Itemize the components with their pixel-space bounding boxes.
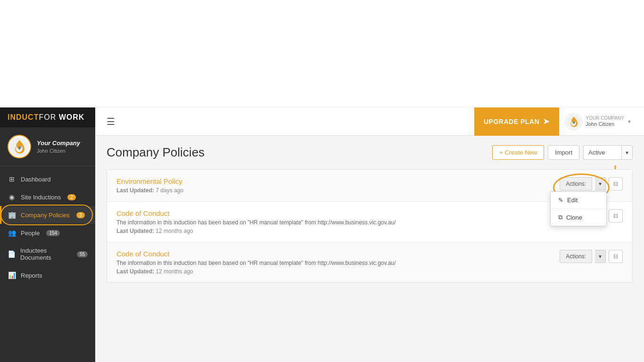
upgrade-plan-label: UPGRADE PLAN: [484, 118, 539, 125]
page-header: Company Policies + Create New Import Act…: [107, 145, 633, 160]
people-icon: 👥: [8, 229, 16, 237]
clone-icon: ⧉: [558, 214, 562, 221]
sidebar-item-people[interactable]: 👥 People 154: [0, 224, 95, 242]
upgrade-plan-button[interactable]: UPGRADE PLAN ➤: [474, 107, 559, 136]
dashboard-icon: ⊞: [8, 175, 16, 183]
hamburger-button[interactable]: ☰: [103, 112, 119, 131]
policy-info: Code of Conduct The information in this …: [116, 250, 552, 275]
actions-button[interactable]: Actions:: [560, 177, 592, 190]
page-title: Company Policies: [107, 145, 205, 160]
policy-title[interactable]: Environmental Policy: [116, 177, 552, 185]
logo-for: FOR: [39, 113, 56, 121]
header-bar: ☰ UPGRADE PLAN ➤ YOUR COMPANY: [95, 107, 644, 136]
archive-icon: ⊟: [613, 213, 618, 219]
clone-label: Clone: [566, 214, 582, 221]
archive-icon: ⊟: [613, 253, 618, 260]
sidebar-item-label: Dashboard: [21, 176, 51, 183]
logo-work: WORK: [59, 113, 85, 121]
user-menu[interactable]: YOUR COMPANY John Citizen ▾: [559, 107, 637, 136]
policy-info: Code of Conduct The information in this …: [116, 209, 552, 234]
header-right: UPGRADE PLAN ➤ YOUR COMPANY John Citizen: [474, 107, 636, 136]
policy-description: The information in this induction has be…: [116, 260, 552, 266]
policy-updated-label: Last Updated:: [116, 268, 154, 275]
company-policies-badge: 3: [76, 212, 85, 218]
user-menu-chevron-icon: ▾: [628, 118, 631, 125]
dropdown-clone-item[interactable]: ⧉ Clone: [551, 209, 606, 226]
sidebar-item-label: Site Inductions: [21, 194, 61, 201]
inductees-docs-icon: 📄: [8, 250, 16, 258]
status-select[interactable]: Active Inactive All: [584, 146, 621, 159]
policy-item: Code of Conduct The information in this …: [107, 242, 632, 282]
create-new-button[interactable]: + Create New: [492, 145, 544, 160]
actions-button[interactable]: Actions:: [560, 250, 592, 263]
policy-updated: Last Updated: 12 months ago: [116, 268, 552, 275]
upgrade-arrow-icon: ➤: [543, 117, 550, 126]
archive-icon: ⊟: [613, 181, 618, 187]
profile-info: Your Company John Citizen: [37, 140, 80, 154]
site-inductions-badge: 2: [67, 194, 76, 200]
people-badge: 154: [46, 230, 60, 236]
user-name: John Citizen: [37, 148, 80, 154]
edit-icon: ✎: [558, 197, 563, 204]
policy-updated: Last Updated: 12 months ago: [116, 228, 552, 234]
logo-induct: INDUCT: [8, 113, 39, 121]
policy-updated-label: Last Updated:: [116, 228, 154, 234]
company-policies-icon: 🏢: [8, 211, 16, 219]
sidebar-profile[interactable]: Your Company John Citizen: [0, 127, 95, 166]
top-whitespace: [0, 0, 644, 107]
actions-dropdown-button[interactable]: ▾: [595, 177, 606, 190]
page-actions: + Create New Import Active Inactive All …: [492, 145, 633, 160]
import-button[interactable]: Import: [548, 145, 579, 160]
policy-actions: Actions: ▾ ⊟: [560, 250, 623, 263]
sidebar-item-label: People: [21, 230, 40, 237]
sidebar-nav: ⊞ Dashboard ◉ Site Inductions 2 🏢 Compan…: [0, 166, 95, 362]
sidebar-item-label: Company Policies: [21, 212, 70, 219]
policy-title[interactable]: Code of Conduct: [116, 209, 552, 217]
policy-updated-time: 7 days ago: [156, 187, 183, 194]
policy-item: Environmental Policy Last Updated: 7 day…: [107, 170, 632, 202]
actions-label: Actions:: [566, 181, 586, 187]
actions-dropdown-menu: ✎ Edit ⧉ Clone: [550, 191, 607, 226]
sidebar-item-inductees-documents[interactable]: 📄 Inductees Documents 55: [0, 242, 95, 266]
actions-label: Actions:: [566, 253, 586, 260]
policy-archive-button[interactable]: ⊟: [609, 177, 623, 190]
company-name: Your Company: [37, 140, 80, 147]
status-filter[interactable]: Active Inactive All ▾: [583, 145, 633, 160]
policy-archive-button[interactable]: ⊟: [609, 209, 623, 222]
sidebar-item-company-policies[interactable]: 🏢 Company Policies 3: [0, 206, 95, 224]
user-avatar: [565, 113, 582, 130]
user-name-text: John Citizen: [586, 121, 615, 127]
policy-actions: Actions: ▾ ⊟ ✎ Edit: [560, 177, 623, 190]
policy-description: The information in this induction has be…: [116, 219, 552, 226]
sidebar-item-site-inductions[interactable]: ◉ Site Inductions 2: [0, 188, 95, 206]
policy-title[interactable]: Code of Conduct: [116, 250, 552, 258]
actions-dropdown-button[interactable]: ▾: [595, 250, 606, 263]
select-arrow-icon[interactable]: ▾: [621, 146, 632, 159]
dropdown-edit-item[interactable]: ✎ Edit: [551, 192, 606, 209]
sidebar-item-dashboard[interactable]: ⊞ Dashboard: [0, 170, 95, 188]
logo-text: INDUCTFOR WORK: [8, 113, 84, 122]
sidebar-item-reports[interactable]: 📊 Reports: [0, 266, 95, 284]
policy-archive-button[interactable]: ⊟: [609, 250, 623, 263]
main-content: ☰ UPGRADE PLAN ➤ YOUR COMPANY: [95, 107, 644, 362]
site-inductions-icon: ◉: [8, 193, 16, 201]
sidebar-item-label: Reports: [21, 272, 42, 279]
avatar: [8, 135, 31, 158]
user-company-text: YOUR COMPANY: [586, 115, 625, 121]
policy-updated-label: Last Updated:: [116, 187, 154, 194]
policy-updated-time: 12 months ago: [156, 228, 193, 234]
policy-updated: Last Updated: 7 days ago: [116, 187, 552, 194]
sidebar-item-company-policies-wrapper: 🏢 Company Policies 3 ➜: [0, 206, 95, 224]
sidebar-item-label: Inductees Documents: [20, 247, 70, 261]
edit-label: Edit: [567, 197, 578, 204]
policy-list: Environmental Policy Last Updated: 7 day…: [107, 169, 633, 283]
inductees-docs-badge: 55: [77, 251, 88, 257]
sidebar-logo: INDUCTFOR WORK: [0, 107, 95, 127]
page-content: Company Policies + Create New Import Act…: [95, 136, 644, 362]
policy-updated-time: 12 months ago: [156, 268, 193, 275]
sidebar: INDUCTFOR WORK Your Company John Citizen…: [0, 107, 95, 362]
policy-info: Environmental Policy Last Updated: 7 day…: [116, 177, 552, 194]
reports-icon: 📊: [8, 272, 16, 279]
